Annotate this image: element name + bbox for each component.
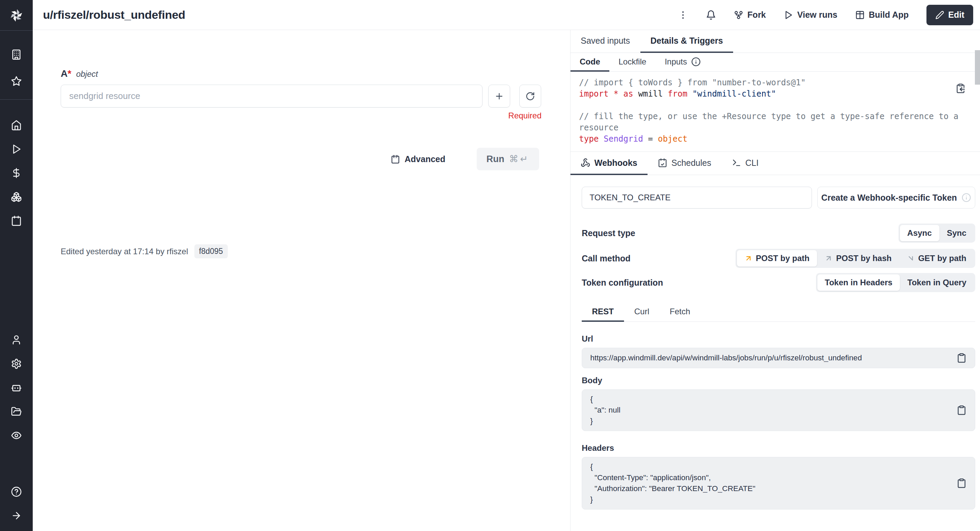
view-runs-button[interactable]: View runs bbox=[784, 10, 837, 20]
edit-button[interactable]: Edit bbox=[926, 5, 973, 25]
top-header: u/rfiszel/robust_undefined Fork View run… bbox=[33, 0, 980, 30]
snippet-tabbar: REST Curl Fetch bbox=[582, 302, 975, 322]
body-box: { "a": null } bbox=[582, 389, 975, 431]
url-label: Url bbox=[582, 334, 975, 344]
build-app-label: Build App bbox=[869, 10, 909, 20]
build-app-button[interactable]: Build App bbox=[855, 10, 909, 20]
add-resource-button[interactable] bbox=[488, 85, 510, 107]
headers-label: Headers bbox=[582, 443, 975, 453]
tab-webhooks-label: Webhooks bbox=[594, 158, 637, 168]
sidebar-item-runs[interactable] bbox=[0, 137, 33, 161]
edited-info: Edited yesterday at 17:14 by rfiszel bbox=[61, 247, 188, 256]
tab-saved-inputs[interactable]: Saved inputs bbox=[571, 30, 640, 53]
token-in-query[interactable]: Token in Query bbox=[900, 274, 974, 291]
sidebar bbox=[0, 0, 33, 531]
call-method-post-by-path[interactable]: POST by path bbox=[737, 250, 817, 266]
code-tabbar: Code Lockfile Inputs bbox=[571, 53, 980, 72]
request-type-label: Request type bbox=[582, 228, 635, 238]
windmill-logo-icon bbox=[8, 8, 24, 23]
bot-icon bbox=[11, 382, 22, 393]
more-menu-button[interactable] bbox=[678, 10, 688, 20]
token-input[interactable] bbox=[582, 187, 812, 209]
sidebar-item-workspace[interactable] bbox=[0, 43, 33, 67]
advanced-button[interactable]: Advanced bbox=[391, 154, 445, 164]
tab-rest[interactable]: REST bbox=[582, 302, 624, 322]
calendar-icon bbox=[658, 158, 667, 167]
sidebar-item-settings[interactable] bbox=[0, 352, 33, 376]
request-type-async[interactable]: Async bbox=[900, 225, 939, 241]
sidebar-item-folders[interactable] bbox=[0, 400, 33, 424]
windmill-app: u/rfiszel/robust_undefined Fork View run… bbox=[0, 0, 980, 531]
copy-body-button[interactable] bbox=[956, 405, 967, 415]
tab-schedules[interactable]: Schedules bbox=[648, 152, 722, 175]
version-hash-badge: f8d095 bbox=[194, 244, 228, 258]
sidebar-item-users[interactable] bbox=[0, 328, 33, 352]
sidebar-expand[interactable] bbox=[0, 504, 33, 528]
tab-code[interactable]: Code bbox=[571, 53, 609, 72]
call-method-toggle: POST by path POST by hash GET by path bbox=[735, 249, 975, 268]
clipboard-copy-icon bbox=[955, 83, 966, 94]
argument-input[interactable] bbox=[61, 85, 482, 107]
token-config-label: Token configuration bbox=[582, 278, 663, 288]
sidebar-item-favorites[interactable] bbox=[0, 69, 33, 93]
create-webhook-token-button[interactable]: Create a Webhook-specific Token bbox=[817, 187, 975, 209]
tab-fetch[interactable]: Fetch bbox=[659, 302, 700, 322]
home-icon bbox=[11, 120, 22, 131]
sidebar-item-resources[interactable] bbox=[0, 185, 33, 209]
calendar-icon bbox=[11, 215, 22, 226]
copy-headers-button[interactable] bbox=[956, 478, 967, 488]
panel-scrollbar[interactable] bbox=[975, 50, 980, 85]
request-type-sync[interactable]: Sync bbox=[939, 225, 974, 241]
gear-icon bbox=[11, 358, 22, 369]
sidebar-item-variables[interactable] bbox=[0, 161, 33, 185]
tab-cli-label: CLI bbox=[745, 158, 759, 168]
argument-name: A* bbox=[61, 68, 71, 79]
tab-inputs[interactable]: Inputs bbox=[655, 53, 710, 72]
arrow-up-right-icon bbox=[745, 254, 752, 262]
dollar-icon bbox=[11, 167, 22, 179]
bell-icon bbox=[706, 10, 716, 20]
tab-details-triggers[interactable]: Details & Triggers bbox=[640, 30, 733, 53]
page-title: u/rfiszel/robust_undefined bbox=[43, 8, 185, 21]
call-method-post-by-path-label: POST by path bbox=[756, 254, 810, 263]
panel-tabbar: Saved inputs Details & Triggers bbox=[571, 30, 980, 53]
edit-label: Edit bbox=[948, 10, 964, 20]
run-button[interactable]: Run ⌘↵ bbox=[477, 148, 539, 170]
url-value: https://app.windmill.dev/api/w/windmill-… bbox=[590, 352, 862, 364]
tab-webhooks[interactable]: Webhooks bbox=[571, 152, 648, 175]
copy-code-button[interactable] bbox=[955, 83, 966, 94]
fork-button[interactable]: Fork bbox=[734, 10, 766, 20]
call-method-get-by-path[interactable]: GET by path bbox=[899, 250, 974, 266]
run-form-area: A* object Required bbox=[33, 30, 570, 531]
code-content: // import { toWords } from "number-to-wo… bbox=[579, 77, 956, 145]
token-config-toggle: Token in Headers Token in Query bbox=[816, 273, 975, 292]
clipboard-icon bbox=[956, 405, 967, 415]
play-icon bbox=[11, 144, 22, 155]
headers-value: { "Content-Type": "application/json", "A… bbox=[590, 461, 755, 505]
run-shortcut: ⌘↵ bbox=[509, 153, 530, 164]
sidebar-item-home[interactable] bbox=[0, 113, 33, 137]
plus-icon bbox=[495, 91, 504, 101]
copy-url-button[interactable] bbox=[956, 353, 967, 363]
sidebar-divider bbox=[0, 99, 33, 100]
sidebar-item-help[interactable] bbox=[0, 480, 33, 504]
user-icon bbox=[11, 335, 22, 345]
windmill-logo[interactable] bbox=[0, 0, 33, 31]
url-box: https://app.windmill.dev/api/w/windmill-… bbox=[582, 348, 975, 368]
token-in-headers[interactable]: Token in Headers bbox=[817, 274, 900, 291]
table-icon bbox=[855, 10, 865, 20]
tab-cli[interactable]: CLI bbox=[722, 152, 769, 175]
arrow-up-right-icon bbox=[824, 254, 833, 262]
code-viewer: // import { toWords } from "number-to-wo… bbox=[571, 72, 980, 152]
notifications-button[interactable] bbox=[706, 10, 716, 20]
tab-lockfile[interactable]: Lockfile bbox=[609, 53, 655, 72]
refresh-button[interactable] bbox=[519, 85, 541, 107]
sidebar-item-schedules[interactable] bbox=[0, 209, 33, 233]
tab-curl[interactable]: Curl bbox=[624, 302, 659, 322]
argument-name-text: A bbox=[61, 68, 67, 79]
body-value: { "a": null } bbox=[590, 394, 620, 427]
call-method-post-by-hash[interactable]: POST by hash bbox=[817, 250, 899, 266]
sidebar-item-audit-logs[interactable] bbox=[0, 424, 33, 447]
info-icon bbox=[691, 57, 701, 67]
sidebar-item-workers[interactable] bbox=[0, 376, 33, 400]
